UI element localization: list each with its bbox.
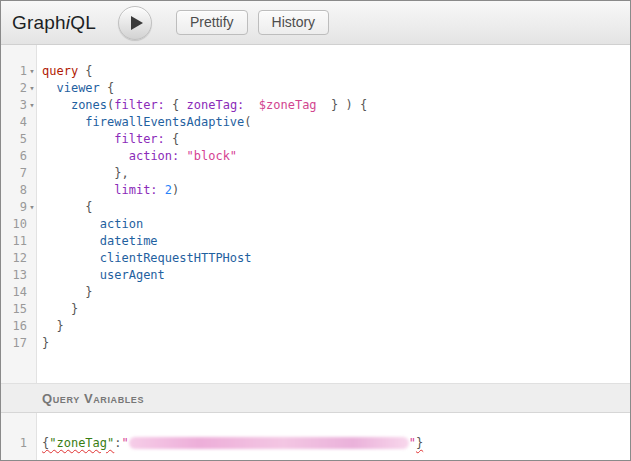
code-line: }	[42, 284, 630, 301]
query-editor: 1▾2▾3▾456789▾1011121314151617 query { vi…	[1, 45, 630, 383]
code-token: clientRequestHTTPHost	[100, 251, 252, 265]
fold-gutter-spacer	[27, 233, 37, 250]
code-token: (	[244, 115, 251, 129]
logo-text: Graph	[12, 12, 66, 33]
gutter-row: 11	[1, 233, 36, 250]
query-editor-input[interactable]: query { viewer { zones(filter: { zoneTag…	[37, 45, 630, 383]
code-token	[42, 81, 56, 95]
code-line: query {	[42, 63, 630, 80]
code-token	[42, 251, 100, 265]
fold-toggle-icon[interactable]: ▾	[27, 63, 37, 80]
code-token: {	[85, 200, 92, 214]
code-line: firewallEventsAdaptive(	[42, 114, 630, 131]
gutter-row: 12	[1, 250, 36, 267]
line-number: 14	[1, 284, 27, 301]
code-line: zones(filter: { zoneTag: $zoneTag } ) {	[42, 97, 630, 114]
gutter-row: 13	[1, 267, 36, 284]
code-token: )	[172, 183, 179, 197]
fold-toggle-icon[interactable]: ▾	[27, 199, 37, 216]
code-token	[158, 183, 165, 197]
line-number: 8	[1, 182, 27, 199]
code-token	[42, 183, 114, 197]
fold-gutter-spacer	[27, 148, 37, 165]
code-token: limit:	[114, 183, 157, 197]
fold-gutter-spacer	[27, 165, 37, 182]
fold-gutter-spacer	[27, 284, 37, 301]
code-token: firewallEventsAdaptive	[85, 115, 244, 129]
gutter-row: 10	[1, 216, 36, 233]
variables-editor-input[interactable]: {"zoneTag":""}	[37, 413, 630, 460]
gutter-row: 3▾	[1, 97, 36, 114]
code-token: "	[122, 436, 129, 450]
gutter-row: 1▾	[1, 63, 36, 80]
code-token: userAgent	[100, 268, 165, 282]
fold-gutter-spacer	[27, 318, 37, 335]
line-number: 2	[1, 80, 27, 97]
fold-gutter-spacer	[27, 182, 37, 199]
line-number: 17	[1, 335, 27, 352]
code-token	[42, 285, 85, 299]
prettify-button[interactable]: Prettify	[176, 10, 248, 35]
line-number: 1	[1, 63, 27, 80]
line-number: 3	[1, 97, 27, 114]
code-token: viewer	[56, 81, 99, 95]
fold-gutter-spacer	[27, 216, 37, 233]
code-token: }	[71, 302, 78, 316]
query-editor-gutter: 1▾2▾3▾456789▾1011121314151617	[1, 45, 37, 383]
code-token: action:	[129, 149, 180, 163]
fold-toggle-icon[interactable]: ▾	[27, 80, 37, 97]
gutter-row: 15	[1, 301, 36, 318]
code-token: } ) {	[317, 98, 368, 112]
code-token: "block"	[187, 149, 238, 163]
code-line: datetime	[42, 233, 630, 250]
code-token	[42, 98, 71, 112]
fold-gutter-spacer	[27, 250, 37, 267]
code-line: {	[42, 199, 630, 216]
code-token: zones	[71, 98, 107, 112]
line-number: 12	[1, 250, 27, 267]
code-token	[42, 115, 85, 129]
app-logo: GraphiQL	[12, 12, 96, 34]
code-token	[179, 149, 186, 163]
gutter-row: 5	[1, 131, 36, 148]
code-token	[42, 200, 85, 214]
query-variables-title: Query Variables	[42, 391, 144, 406]
code-token: {	[165, 98, 187, 112]
code-token: {	[78, 64, 92, 78]
line-number: 6	[1, 148, 27, 165]
fold-toggle-icon[interactable]: ▾	[27, 97, 37, 114]
code-line: userAgent	[42, 267, 630, 284]
code-line: }	[42, 318, 630, 335]
code-line: }	[42, 335, 630, 352]
variables-editor-gutter: 1	[1, 413, 37, 460]
code-token: }	[56, 319, 63, 333]
code-token	[42, 217, 100, 231]
gutter-row: 14	[1, 284, 36, 301]
code-line: action	[42, 216, 630, 233]
code-line: {"zoneTag":""}	[42, 435, 630, 452]
query-variables-header[interactable]: Query Variables	[1, 383, 630, 413]
line-number: 4	[1, 114, 27, 131]
line-number: 15	[1, 301, 27, 318]
line-number: 1	[1, 435, 27, 452]
code-token: :	[114, 436, 121, 450]
code-token	[42, 319, 56, 333]
fold-gutter-spacer	[27, 335, 37, 352]
code-token: {	[100, 81, 114, 95]
code-token	[42, 268, 100, 282]
gutter-row: 7	[1, 165, 36, 182]
code-token	[42, 166, 114, 180]
execute-query-button[interactable]	[118, 6, 152, 40]
code-line: },	[42, 165, 630, 182]
play-icon	[131, 16, 143, 30]
code-token: "zoneTag"	[49, 436, 114, 450]
history-button[interactable]: History	[258, 10, 330, 35]
line-number: 11	[1, 233, 27, 250]
line-number: 16	[1, 318, 27, 335]
code-token	[42, 132, 114, 146]
gutter-row: 6	[1, 148, 36, 165]
fold-gutter-spacer	[27, 114, 37, 131]
code-line: clientRequestHTTPHost	[42, 250, 630, 267]
code-token: $zoneTag	[259, 98, 317, 112]
code-line: limit: 2)	[42, 182, 630, 199]
